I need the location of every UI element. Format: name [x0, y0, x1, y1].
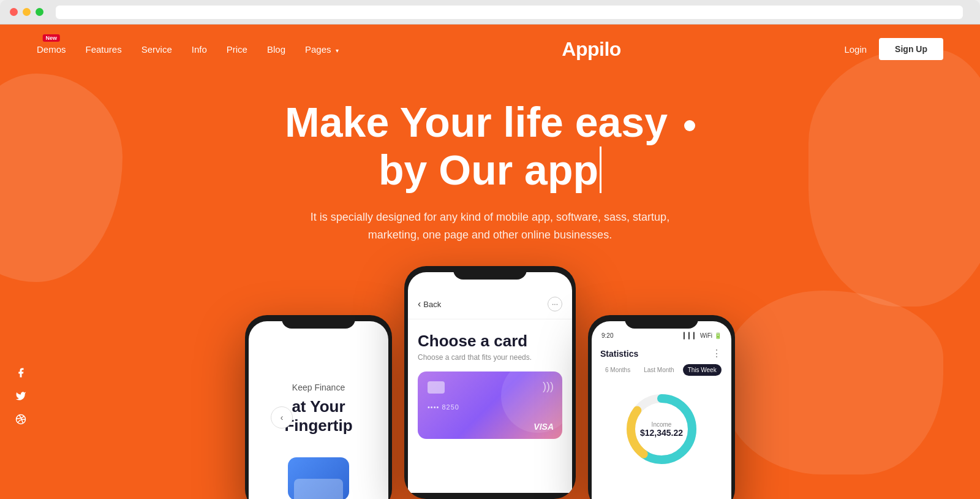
- close-button[interactable]: [10, 8, 18, 16]
- stats-tabs: 6 Months Last Month This Week: [592, 364, 731, 383]
- stats-header: Statistics ⋮: [592, 341, 731, 364]
- card-content: Choose a card Choose a card that fits yo…: [408, 319, 572, 451]
- stats-donut-label: Income $12,345.22: [640, 421, 683, 438]
- phones-container: ‹ Keep Finance at YourFingertip: [245, 266, 735, 499]
- nav-item-price[interactable]: Price: [227, 44, 247, 55]
- stats-donut: Income $12,345.22: [622, 389, 701, 469]
- card-number: •••• 8250: [428, 403, 552, 411]
- browser-chrome: [0, 0, 980, 25]
- credit-card: ))) •••• 8250 VISA: [418, 371, 562, 439]
- social-sidebar: [15, 367, 27, 425]
- login-button[interactable]: Login: [844, 44, 867, 55]
- income-amount: $12,345.22: [640, 428, 683, 438]
- nav-left: New Demos Features Service Info Price Bl…: [37, 44, 339, 55]
- hero-subtitle: It is specially designed for any kind of…: [300, 208, 680, 244]
- phone-right: 9:20 ▎▎▎ WiFi 🔋 Statistics ⋮ 6 Months La…: [588, 315, 735, 499]
- dribbble-icon[interactable]: [15, 413, 27, 425]
- card-title: Choose a card: [418, 332, 562, 351]
- nav-right: Login Sign Up: [844, 38, 943, 60]
- income-label: Income: [640, 421, 683, 428]
- nav-item-service[interactable]: Service: [141, 44, 172, 55]
- maximize-button[interactable]: [36, 8, 43, 16]
- finance-phone-img: [268, 448, 369, 499]
- card-back-btn[interactable]: ‹ Back: [418, 299, 441, 310]
- hero-title: Make Your life easy by Our app: [12, 98, 968, 194]
- stats-tab-lastmonth[interactable]: Last Month: [639, 364, 679, 376]
- nav-item-demos[interactable]: New Demos: [37, 44, 66, 55]
- new-badge: New: [42, 34, 60, 42]
- status-icons: ▎▎▎ WiFi 🔋: [684, 332, 722, 339]
- hero-section: Make Your life easy by Our app It is spe…: [0, 74, 980, 244]
- card-subtitle: Choose a card that fits your needs.: [418, 353, 562, 362]
- finance-nav-btn[interactable]: ‹: [271, 406, 293, 429]
- phone-screen-left: ‹ Keep Finance at YourFingertip: [249, 321, 388, 499]
- phone-center: ‹ Back ··· Choose a card Choose a card t…: [404, 266, 576, 499]
- phone-screen-center: ‹ Back ··· Choose a card Choose a card t…: [408, 272, 572, 493]
- nav-item-features[interactable]: Features: [86, 44, 122, 55]
- finance-label: Keep Finance: [268, 383, 369, 392]
- card-menu-btn[interactable]: ···: [548, 297, 562, 311]
- phone-left: ‹ Keep Finance at YourFingertip: [245, 315, 392, 499]
- navbar: New Demos Features Service Info Price Bl…: [0, 25, 980, 74]
- stats-tab-6months[interactable]: 6 Months: [600, 364, 635, 376]
- twitter-icon[interactable]: [15, 390, 27, 402]
- stats-menu-dots[interactable]: ⋮: [712, 348, 723, 359]
- card-wifi-icon: ))): [543, 380, 554, 393]
- card-visa-label: VISA: [533, 422, 554, 432]
- phone-notch-center: [453, 266, 527, 280]
- status-bar: 9:20 ▎▎▎ WiFi 🔋: [592, 327, 731, 341]
- url-bar[interactable]: [56, 6, 963, 19]
- stats-title: Statistics: [600, 349, 638, 359]
- blob-right-bottom: [723, 291, 943, 474]
- site-wrapper: New Demos Features Service Info Price Bl…: [0, 25, 980, 499]
- signup-button[interactable]: Sign Up: [879, 38, 943, 60]
- hero-dot: [684, 120, 695, 131]
- facebook-icon[interactable]: [15, 367, 27, 379]
- phone-screen-right: 9:20 ▎▎▎ WiFi 🔋 Statistics ⋮ 6 Months La…: [592, 321, 731, 499]
- card-chip: [428, 381, 445, 394]
- nav-logo[interactable]: Appilo: [339, 38, 845, 61]
- minimize-button[interactable]: [23, 8, 31, 16]
- nav-item-blog[interactable]: Blog: [267, 44, 285, 55]
- nav-item-pages[interactable]: Pages: [305, 44, 339, 55]
- stats-donut-container: Income $12,345.22: [592, 383, 731, 475]
- phone-notch-left: [282, 315, 355, 329]
- phone-notch-right: [625, 315, 698, 329]
- nav-item-info[interactable]: Info: [192, 44, 207, 55]
- stats-tab-thisweek[interactable]: This Week: [683, 364, 722, 376]
